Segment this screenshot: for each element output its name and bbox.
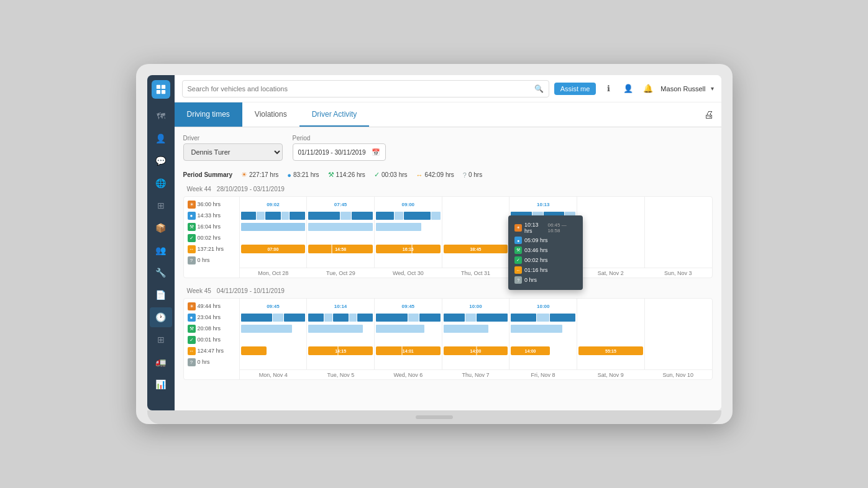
summary-drive: ● 83:21 hrs — [287, 171, 319, 179]
driver-select[interactable]: Dennis Turer — [183, 143, 283, 161]
day-col-sun3[interactable] — [645, 197, 712, 268]
sidebar-item-layers[interactable]: ⊞ — [150, 196, 172, 215]
day-fri1-tooltip: ☀ 10:13 hrs 06:45 — 16:58 ● 05:09 hrs — [508, 215, 583, 290]
day-tue5-time: 10:14 — [308, 304, 373, 309]
period-label: Period — [293, 135, 386, 142]
tooltip-road-icon: ↔ — [514, 266, 522, 274]
day-col-tue5[interactable]: 10:14 — [307, 299, 375, 369]
day-col-sat2[interactable] — [577, 197, 645, 268]
sidebar-item-doc[interactable]: 📄 — [150, 285, 172, 305]
info-icon[interactable]: ℹ — [601, 81, 616, 96]
day-wed30-time: 09:00 — [376, 202, 441, 207]
search-box[interactable]: 🔍 — [182, 80, 549, 97]
summary-q: ? 0 hrs — [463, 171, 482, 179]
summary-sun-value: 227:17 hrs — [249, 171, 278, 178]
day-col-mon4[interactable]: 09:45 — [240, 299, 308, 369]
sidebar-logo[interactable] — [152, 80, 170, 99]
day-col-wed30[interactable]: 09:00 — [375, 197, 442, 268]
content-area[interactable]: Driver Dennis Turer Period 01/11/2019 - … — [175, 127, 721, 410]
week-44-grid: ☀ 36:00 hrs ● 14:33 hrs ⚒ 16:04 hrs — [183, 196, 713, 278]
sidebar-item-stack[interactable]: ⊞ — [150, 330, 172, 350]
sidebar-item-chart[interactable]: 📊 — [150, 374, 172, 394]
bell-icon[interactable]: 🔔 — [641, 81, 656, 96]
summary-road-value: 642:09 hrs — [425, 171, 454, 178]
stack-icon: ⊞ — [157, 335, 165, 345]
day-col-tue29[interactable]: 07:45 — [307, 197, 375, 268]
tab-driving-times[interactable]: Driving times — [175, 102, 242, 127]
driver-filter-group: Driver Dennis Turer — [183, 135, 283, 161]
sidebar-item-clock[interactable]: 🕐 — [150, 307, 172, 327]
summary-check-icon: ✓ — [374, 171, 380, 179]
day-name-mon28: Mon, Oct 28 — [240, 268, 308, 278]
tab-violations[interactable]: Violations — [242, 102, 299, 127]
week-44-header: Week 44 28/10/2019 - 03/11/2019 — [183, 185, 713, 192]
week-45-day-columns: 09:45 — [240, 299, 712, 369]
day-col-mon28[interactable]: 09:02 — [240, 197, 308, 268]
sidebar-item-box[interactable]: 📦 — [150, 218, 172, 238]
week45-q-val: 0 hrs — [198, 359, 210, 365]
day-col-thu31[interactable]: 38:45 — [442, 197, 510, 268]
row45-icon-drive: ● — [188, 314, 196, 322]
row45-label-drive: ● 23:04 hrs — [188, 312, 235, 322]
sidebar-item-people[interactable]: 👥 — [150, 240, 172, 260]
week45-sun-val: 49:44 hrs — [198, 303, 221, 309]
day45-name-mon4: Mon, Nov 4 — [240, 369, 308, 379]
week44-check-val: 00:02 hrs — [198, 235, 221, 241]
day45-name-fri8: Fri, Nov 8 — [509, 369, 577, 379]
row45-label-sun: ☀ 49:44 hrs — [188, 301, 235, 311]
day-col-sun10[interactable] — [645, 299, 712, 369]
day45-name-thu7: Thu, Nov 7 — [442, 369, 509, 379]
row45-label-q: ? 0 hrs — [188, 357, 235, 367]
day-fri8-road: 14:00 — [525, 349, 536, 353]
week45-road-val: 124:47 hrs — [198, 348, 224, 354]
tooltip-drive-icon: ● — [514, 237, 522, 244]
sidebar-item-tools[interactable]: 🔧 — [150, 263, 172, 282]
day-col-wed6[interactable]: 09:45 — [375, 299, 442, 369]
tooltip-q-icon: ? — [514, 276, 522, 284]
day-col-fri8[interactable]: 10:00 — [509, 299, 577, 369]
week44-drive-val: 14:33 hrs — [198, 212, 221, 219]
sidebar-item-person[interactable]: 👤 — [150, 129, 172, 148]
week44-day-labels: Mon, Oct 28 Tue, Oct 29 Wed, Oct 30 Thu,… — [240, 268, 712, 278]
row45-icon-work: ⚒ — [188, 325, 196, 333]
day-col-sat9[interactable]: 55:15 — [577, 299, 645, 369]
tooltip-sun-row: ☀ 10:13 hrs 06:45 — 16:58 — [514, 220, 577, 235]
sidebar-item-globe[interactable]: 🌐 — [150, 173, 172, 193]
week-45-row-labels: ☀ 49:44 hrs ● 23:04 hrs ⚒ 20:08 hrs — [184, 299, 240, 379]
user-chevron-icon[interactable]: ▾ — [711, 85, 714, 92]
week-45-title: Week 45 — [187, 287, 211, 294]
row-icon-q: ? — [188, 256, 196, 264]
day-wed6-road: 14:01 — [403, 349, 414, 353]
sidebar: 🗺 👤 💬 🌐 ⊞ 📦 👥 🔧 � — [147, 75, 175, 410]
tooltip-sun-icon: ☀ — [514, 224, 522, 232]
tools-icon: 🔧 — [155, 268, 166, 278]
summary-q-icon: ? — [463, 171, 467, 179]
tooltip-road-val: 01:16 hrs — [524, 267, 548, 273]
period-summary: Period Summary ☀ 227:17 hrs ● 83:21 hrs … — [183, 167, 713, 185]
day-thu7-time: 10:00 — [444, 304, 508, 309]
period-input[interactable]: 01/11/2019 - 30/11/2019 📅 — [293, 143, 386, 161]
search-input[interactable] — [188, 85, 531, 93]
day-col-thu7[interactable]: 10:00 — [442, 299, 510, 369]
row45-label-road: ↔ 124:47 hrs — [188, 346, 235, 356]
user-name[interactable]: Mason Russell — [660, 85, 705, 93]
user-icon[interactable]: 👤 — [621, 81, 636, 96]
week45-work-val: 20:08 hrs — [198, 325, 221, 332]
row-label-work: ⚒ 16:04 hrs — [188, 222, 235, 232]
summary-q-value: 0 hrs — [468, 171, 482, 178]
assist-button[interactable]: Assist me — [554, 83, 596, 95]
day45-name-tue5: Tue, Nov 5 — [307, 369, 375, 379]
row45-icon-check: ✓ — [188, 336, 196, 344]
summary-drive-icon: ● — [287, 171, 291, 179]
tab-driver-activity[interactable]: Driver Activity — [299, 102, 370, 127]
calendar-icon[interactable]: 📅 — [372, 148, 380, 156]
sidebar-item-map[interactable]: 🗺 — [150, 106, 172, 126]
sidebar-item-truck[interactable]: 🚛 — [150, 352, 172, 372]
week-44-day-columns: 09:02 — [240, 197, 712, 268]
sidebar-item-chat[interactable]: 💬 — [150, 151, 172, 171]
day-mon4-time: 09:45 — [241, 304, 306, 309]
day-mon28-time: 09:02 — [241, 202, 306, 207]
day-col-fri1[interactable]: 10:13 — [509, 197, 577, 268]
print-button[interactable]: 🖨 — [704, 102, 721, 127]
day-tue29-time: 07:45 — [308, 202, 373, 207]
